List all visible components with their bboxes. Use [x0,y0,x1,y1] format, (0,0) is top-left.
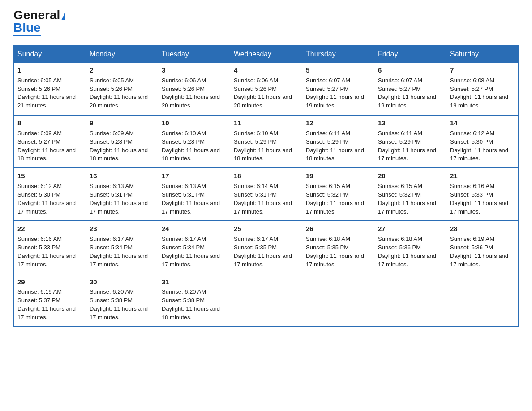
sunrise-text: Sunrise: 6:09 AM [17,130,62,137]
calendar-header-row: SundayMondayTuesdayWednesdayThursdayFrid… [14,46,519,63]
daylight-text: Daylight: 11 hours and 17 minutes. [17,253,76,268]
calendar-cell: 12Sunrise: 6:11 AMSunset: 5:29 PMDayligh… [302,115,374,168]
sunset-text: Sunset: 5:35 PM [234,244,277,251]
sunset-text: Sunset: 5:27 PM [306,86,349,92]
sunset-text: Sunset: 5:37 PM [17,297,60,304]
daylight-text: Daylight: 11 hours and 17 minutes. [378,200,436,215]
day-number: 7 [450,65,515,75]
calendar-cell: 20Sunrise: 6:15 AMSunset: 5:32 PMDayligh… [374,168,446,221]
calendar-cell: 5Sunrise: 6:07 AMSunset: 5:27 PMDaylight… [302,63,374,115]
day-header-sunday: Sunday [14,46,86,63]
calendar-cell [302,274,374,327]
daylight-text: Daylight: 11 hours and 18 minutes. [162,147,220,162]
calendar-week-row: 22Sunrise: 6:16 AMSunset: 5:33 PMDayligh… [14,221,519,274]
calendar-cell: 16Sunrise: 6:13 AMSunset: 5:31 PMDayligh… [86,168,158,221]
calendar-cell: 3Sunrise: 6:06 AMSunset: 5:26 PMDaylight… [158,63,230,115]
sunrise-text: Sunrise: 6:10 AM [234,130,278,137]
daylight-text: Daylight: 11 hours and 17 minutes. [90,200,148,215]
day-number: 5 [306,65,370,75]
calendar-cell: 10Sunrise: 6:10 AMSunset: 5:28 PMDayligh… [158,115,230,168]
sunset-text: Sunset: 5:30 PM [17,191,60,198]
day-number: 4 [234,65,298,75]
calendar-cell: 25Sunrise: 6:17 AMSunset: 5:35 PMDayligh… [230,221,302,274]
daylight-text: Daylight: 11 hours and 21 minutes. [17,94,76,109]
day-number: 22 [17,224,82,234]
calendar-cell: 6Sunrise: 6:07 AMSunset: 5:27 PMDaylight… [374,63,446,115]
day-number: 10 [162,118,226,128]
daylight-text: Daylight: 11 hours and 17 minutes. [90,253,148,268]
calendar-cell: 31Sunrise: 6:20 AMSunset: 5:38 PMDayligh… [158,274,230,327]
day-header-monday: Monday [86,46,158,63]
sunset-text: Sunset: 5:29 PM [234,138,277,145]
daylight-text: Daylight: 11 hours and 18 minutes. [306,147,364,162]
day-number: 30 [90,277,154,287]
calendar-week-row: 29Sunrise: 6:19 AMSunset: 5:37 PMDayligh… [14,274,519,327]
sunset-text: Sunset: 5:26 PM [17,86,60,92]
sunset-text: Sunset: 5:38 PM [162,297,205,304]
daylight-text: Daylight: 11 hours and 17 minutes. [90,305,148,321]
calendar-cell: 21Sunrise: 6:16 AMSunset: 5:33 PMDayligh… [446,168,519,221]
daylight-text: Daylight: 11 hours and 17 minutes. [162,200,220,215]
calendar-cell: 22Sunrise: 6:16 AMSunset: 5:33 PMDayligh… [14,221,86,274]
calendar-cell [446,274,519,327]
sunset-text: Sunset: 5:29 PM [378,138,421,145]
calendar-cell: 1Sunrise: 6:05 AMSunset: 5:26 PMDaylight… [14,63,86,115]
calendar-week-row: 15Sunrise: 6:12 AMSunset: 5:30 PMDayligh… [14,168,519,221]
daylight-text: Daylight: 11 hours and 18 minutes. [162,305,220,321]
day-number: 20 [378,171,442,181]
calendar-cell: 4Sunrise: 6:06 AMSunset: 5:26 PMDaylight… [230,63,302,115]
calendar-cell: 7Sunrise: 6:08 AMSunset: 5:27 PMDaylight… [446,63,519,115]
day-number: 13 [378,118,442,128]
sunrise-text: Sunrise: 6:11 AM [378,130,422,137]
daylight-text: Daylight: 11 hours and 18 minutes. [90,147,148,162]
day-header-wednesday: Wednesday [230,46,302,63]
sunrise-text: Sunrise: 6:15 AM [378,183,422,189]
sunrise-text: Sunrise: 6:11 AM [306,130,350,137]
calendar-cell: 14Sunrise: 6:12 AMSunset: 5:30 PMDayligh… [446,115,519,168]
sunset-text: Sunset: 5:33 PM [450,191,493,198]
sunrise-text: Sunrise: 6:14 AM [234,183,278,189]
sunrise-text: Sunrise: 6:17 AM [162,235,206,242]
sunset-text: Sunset: 5:26 PM [90,86,133,92]
day-number: 26 [306,224,370,234]
sunset-text: Sunset: 5:34 PM [90,244,133,251]
sunset-text: Sunset: 5:30 PM [450,138,493,145]
sunset-text: Sunset: 5:32 PM [306,191,349,198]
day-number: 8 [17,118,82,128]
day-number: 2 [90,65,154,75]
daylight-text: Daylight: 11 hours and 17 minutes. [378,253,436,268]
sunrise-text: Sunrise: 6:09 AM [90,130,134,137]
sunrise-text: Sunrise: 6:17 AM [234,235,278,242]
daylight-text: Daylight: 11 hours and 17 minutes. [17,200,76,215]
daylight-text: Daylight: 11 hours and 19 minutes. [450,94,508,109]
day-number: 16 [90,171,154,181]
sunset-text: Sunset: 5:27 PM [378,86,421,92]
day-number: 23 [90,224,154,234]
sunrise-text: Sunrise: 6:20 AM [162,288,206,295]
daylight-text: Daylight: 11 hours and 20 minutes. [162,94,220,109]
calendar-cell [230,274,302,327]
day-number: 21 [450,171,515,181]
sunset-text: Sunset: 5:26 PM [234,86,277,92]
calendar-cell: 26Sunrise: 6:18 AMSunset: 5:35 PMDayligh… [302,221,374,274]
sunrise-text: Sunrise: 6:16 AM [17,235,62,242]
daylight-text: Daylight: 11 hours and 17 minutes. [306,200,364,215]
calendar-cell: 9Sunrise: 6:09 AMSunset: 5:28 PMDaylight… [86,115,158,168]
day-number: 31 [162,277,226,287]
logo-general-text: General [13,9,60,21]
daylight-text: Daylight: 11 hours and 17 minutes. [234,200,292,215]
daylight-text: Daylight: 11 hours and 17 minutes. [450,200,508,215]
day-number: 24 [162,224,226,234]
sunrise-text: Sunrise: 6:05 AM [90,77,134,84]
sunrise-text: Sunrise: 6:12 AM [450,130,494,137]
sunset-text: Sunset: 5:26 PM [162,86,205,92]
logo-blue-text: Blue [13,21,41,34]
calendar-cell: 11Sunrise: 6:10 AMSunset: 5:29 PMDayligh… [230,115,302,168]
sunrise-text: Sunrise: 6:20 AM [90,288,134,295]
day-header-thursday: Thursday [302,46,374,63]
calendar-cell: 30Sunrise: 6:20 AMSunset: 5:38 PMDayligh… [86,274,158,327]
daylight-text: Daylight: 11 hours and 20 minutes. [90,94,148,109]
sunset-text: Sunset: 5:27 PM [17,138,60,145]
sunset-text: Sunset: 5:32 PM [378,191,421,198]
daylight-text: Daylight: 11 hours and 18 minutes. [17,147,76,162]
